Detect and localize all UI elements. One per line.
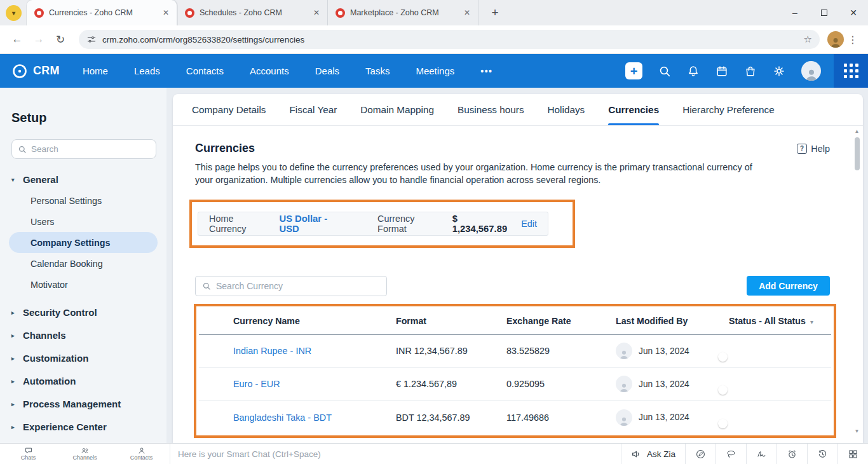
currency-search-input[interactable] — [216, 281, 380, 291]
lasso-tool-button[interactable] — [715, 444, 746, 464]
tab-holidays[interactable]: Holidays — [548, 94, 585, 125]
sidebar-search[interactable] — [11, 139, 156, 159]
browser-tab-title: Marketplace - Zoho CRM — [350, 8, 456, 17]
settings-gear-icon[interactable] — [773, 65, 785, 78]
tab-company-details[interactable]: Company Details — [192, 94, 266, 125]
browser-tab-title: Schedules - Zoho CRM — [200, 8, 306, 17]
scrollbar-thumb[interactable] — [855, 137, 860, 170]
apps-panel-button[interactable] — [837, 444, 868, 464]
sidebar-section-channels[interactable]: ▸ Channels — [11, 330, 156, 341]
sidebar-section-customization[interactable]: ▸ Customization — [11, 353, 156, 364]
quick-create-button[interactable]: + — [625, 62, 642, 79]
ask-zia-button[interactable]: Ask Zia — [621, 444, 685, 464]
bookmark-star-icon[interactable]: ☆ — [804, 34, 812, 45]
search-icon[interactable] — [658, 65, 671, 78]
forward-button[interactable]: → — [28, 29, 50, 50]
sidebar-item-calendar-booking[interactable]: Calendar Booking — [9, 253, 158, 274]
browser-menu-icon[interactable]: ⋮ — [844, 34, 862, 46]
person-icon — [804, 67, 819, 81]
close-tab-icon[interactable]: ✕ — [461, 7, 473, 18]
smart-chat-input[interactable]: Here is your Smart Chat (Ctrl+Space) — [170, 444, 621, 464]
tab-hierarchy-preference[interactable]: Hierarchy Preference — [682, 94, 775, 125]
sidebar-section-automation[interactable]: ▸ Automation — [11, 376, 156, 386]
sidebar-item-users[interactable]: Users — [9, 211, 158, 232]
close-tab-icon[interactable]: ✕ — [311, 7, 322, 18]
currency-search[interactable] — [195, 276, 387, 296]
chevron-right-icon: ▸ — [11, 332, 18, 339]
new-tab-button[interactable]: + — [486, 4, 504, 22]
close-window-button[interactable]: ✕ — [839, 0, 868, 25]
sidebar-item-personal-settings[interactable]: Personal Settings — [9, 190, 158, 211]
page-title: Currencies — [195, 142, 255, 155]
currency-format-cell: € 1.234.567,89 — [396, 379, 506, 389]
browser-tab-currencies[interactable]: Currencies - Zoho CRM ✕ — [27, 0, 177, 25]
zia-compose-button[interactable] — [685, 444, 715, 464]
marketplace-bag-icon[interactable] — [744, 65, 757, 78]
vertical-scrollbar[interactable]: ▲ ▼ — [853, 129, 861, 434]
close-tab-icon[interactable]: ✕ — [160, 7, 172, 18]
zia-sketch-button[interactable] — [746, 444, 776, 464]
site-settings-icon[interactable] — [86, 34, 97, 44]
currency-format-cell: INR 12,34,567.89 — [396, 346, 506, 356]
nav-item-contacts[interactable]: Contacts — [186, 65, 224, 76]
zoho-favicon-icon — [34, 8, 44, 18]
search-icon — [18, 145, 27, 154]
zoho-favicon-icon — [336, 8, 345, 18]
add-currency-button[interactable]: Add Currency — [747, 276, 830, 296]
tab-fiscal-year[interactable]: Fiscal Year — [289, 94, 337, 125]
scroll-down-icon[interactable]: ▼ — [855, 429, 860, 434]
more-modules-icon[interactable]: ••• — [480, 66, 492, 76]
edit-format-link[interactable]: Edit — [521, 219, 537, 229]
reminders-button[interactable] — [776, 444, 807, 464]
nav-item-meetings[interactable]: Meetings — [416, 65, 454, 76]
nav-item-home[interactable]: Home — [83, 65, 108, 76]
sidebar-section-general[interactable]: ▾ General — [11, 174, 156, 185]
nav-item-deals[interactable]: Deals — [315, 65, 339, 76]
person-icon — [618, 382, 630, 392]
contacts-button[interactable]: Contacts — [113, 444, 170, 464]
currency-name-link[interactable]: Indian Rupee - INR — [233, 346, 396, 356]
browser-profile-avatar[interactable]: ▾ — [6, 5, 22, 21]
maximize-button[interactable] — [810, 0, 839, 25]
calendar-icon[interactable] — [715, 65, 728, 78]
tab-domain-mapping[interactable]: Domain Mapping — [360, 94, 434, 125]
reload-button[interactable]: ↻ — [50, 29, 71, 50]
user-avatar[interactable] — [801, 61, 821, 81]
nav-item-tasks[interactable]: Tasks — [365, 65, 390, 76]
minimize-button[interactable]: – — [780, 0, 810, 25]
browser-tab-marketplace[interactable]: Marketplace - Zoho CRM ✕ — [328, 0, 478, 25]
help-link[interactable]: ? Help — [797, 144, 830, 154]
scroll-up-icon[interactable]: ▲ — [855, 129, 860, 134]
sidebar-search-input[interactable] — [31, 144, 150, 154]
browser-tab-schedules[interactable]: Schedules - Zoho CRM ✕ — [177, 0, 328, 25]
chats-button[interactable]: Chats — [0, 444, 57, 464]
home-currency-value-link[interactable]: US Dollar - USD — [279, 214, 349, 234]
sidebar-section-security-control[interactable]: ▸ Security Control — [11, 307, 156, 318]
address-bar[interactable]: crm.zoho.com/crm/org852633820/settings/c… — [79, 30, 820, 49]
history-button[interactable] — [807, 444, 837, 464]
channels-button[interactable]: Channels — [57, 444, 113, 464]
sidebar-section-label: Experience Center — [23, 421, 107, 432]
speaker-icon — [631, 449, 642, 460]
last-modified-cell: Jun 13, 2024 — [616, 376, 729, 392]
table-row: Euro - EUR € 1.234.567,89 0.925095 Jun 1… — [199, 368, 831, 401]
sidebar-section-process-management[interactable]: ▸ Process Management — [11, 399, 156, 409]
nav-item-accounts[interactable]: Accounts — [250, 65, 289, 76]
back-button[interactable]: ← — [6, 29, 28, 50]
sidebar-item-motivator[interactable]: Motivator — [9, 274, 158, 295]
ask-zia-label: Ask Zia — [647, 449, 675, 459]
header-status-filter[interactable]: Status - All Status▾ — [729, 316, 831, 326]
tab-currencies[interactable]: Currencies — [608, 94, 659, 125]
person-icon — [618, 349, 630, 359]
crm-brand[interactable]: CRM — [0, 63, 67, 79]
currency-name-link[interactable]: Bangladeshi Taka - BDT — [233, 413, 396, 423]
notifications-bell-icon[interactable] — [687, 65, 700, 78]
browser-account-avatar[interactable] — [827, 31, 844, 48]
sidebar-section-experience-center[interactable]: ▸ Experience Center — [11, 421, 156, 432]
sidebar-item-company-settings[interactable]: Company Settings — [9, 232, 158, 253]
currency-name-link[interactable]: Euro - EUR — [233, 379, 396, 389]
sidebar-section-label: Customization — [23, 353, 88, 364]
apps-grid-icon[interactable] — [834, 54, 868, 88]
nav-item-leads[interactable]: Leads — [134, 65, 160, 76]
tab-business-hours[interactable]: Business hours — [458, 94, 524, 125]
